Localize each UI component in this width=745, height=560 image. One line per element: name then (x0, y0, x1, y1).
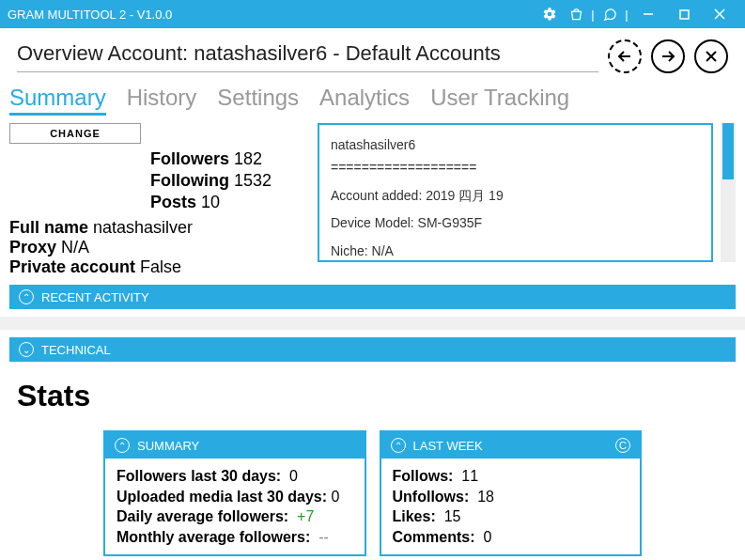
chevron-down-icon: ⌄ (19, 342, 34, 357)
fullname-value: natashasilver (93, 218, 193, 237)
chevron-up-icon: ⌃ (19, 289, 34, 304)
c2r3l: Likes: (393, 508, 436, 524)
posts-label: Posts (150, 193, 196, 211)
chevron-up-icon: ⌃ (391, 438, 406, 453)
chat-icon[interactable] (597, 1, 623, 27)
accordion-recent-activity[interactable]: ⌃RECENT ACTIVITY (9, 285, 736, 309)
info-line4: Device Model: SM-G935F (331, 212, 700, 235)
c2r4v: 0 (483, 529, 491, 545)
chevron-up-icon: ⌃ (115, 438, 130, 453)
private-value: False (140, 257, 181, 276)
c1r1v: 0 (289, 468, 298, 484)
card-summary-title: SUMMARY (137, 439, 199, 453)
c2r2v: 18 (477, 489, 494, 505)
app-title: GRAM MULTITOOL 2 - V1.0.0 (8, 8, 536, 22)
minimize-icon[interactable] (630, 1, 666, 27)
close-icon[interactable] (702, 1, 737, 27)
c2r4l: Comments: (393, 529, 475, 545)
posts-value: 10 (201, 193, 220, 211)
stats-header: Stats (17, 379, 736, 413)
c1r1l: Followers last 30 days: (116, 468, 281, 484)
accordion-recent-label: RECENT ACTIVITY (41, 290, 149, 304)
c1r2l: Uploaded media last 30 days: (116, 489, 327, 505)
c1r4v: -- (318, 529, 329, 545)
tab-history[interactable]: History (127, 85, 197, 116)
followers-label: Followers (150, 149, 229, 168)
info-line5: Niche: N/A (331, 241, 700, 263)
c1r3v: +7 (297, 508, 314, 524)
tab-analytics[interactable]: Analytics (319, 85, 410, 116)
private-label: Private account (9, 257, 135, 276)
c2r1v: 11 (461, 468, 478, 484)
card-lastweek: ⌃LAST WEEKC Follows: 11 Unfollows: 18 Li… (380, 430, 643, 556)
nav-close-button[interactable] (694, 39, 728, 73)
subheader: Overview Account: natashasilver6 - Defau… (0, 28, 745, 79)
nav-forward-button[interactable] (651, 39, 685, 73)
c1r2v: 0 (332, 489, 340, 505)
c1r3l: Daily average followers: (116, 508, 288, 524)
fullname-label: Full name (9, 218, 88, 237)
titlebar: GRAM MULTITOOL 2 - V1.0.0 | | (0, 0, 745, 28)
maximize-icon[interactable] (666, 1, 702, 27)
followers-value: 182 (234, 149, 262, 168)
c2r1l: Follows: (393, 468, 454, 484)
refresh-icon[interactable]: C (615, 438, 630, 453)
change-button[interactable]: CHANGE (9, 123, 141, 144)
info-line2: =================== (331, 157, 700, 179)
account-left-panel: CHANGE Followers 182 Following 1532 Post… (9, 123, 310, 277)
tabs: Summary History Settings Analytics User … (0, 79, 745, 116)
tab-usertracking[interactable]: User Tracking (430, 85, 569, 116)
card-lastweek-title: LAST WEEK (413, 439, 483, 453)
spacer (0, 317, 745, 330)
scrollbar-thumb[interactable] (722, 123, 734, 179)
c2r2l: Unfollows: (393, 489, 470, 505)
c2r3v: 15 (444, 508, 461, 524)
nav-back-button[interactable] (608, 39, 642, 73)
card-summary: ⌃SUMMARY Followers last 30 days: 0 Uploa… (103, 430, 366, 556)
info-line3: Account added: 2019 四月 19 (331, 185, 700, 208)
bucket-icon[interactable] (563, 1, 589, 27)
proxy-value: N/A (61, 238, 89, 257)
following-value: 1532 (234, 171, 272, 190)
proxy-label: Proxy (9, 238, 56, 257)
scrollbar[interactable] (721, 123, 736, 262)
following-label: Following (150, 171, 229, 190)
info-line1: natashasilver6 (331, 134, 700, 157)
gear-icon[interactable] (536, 1, 563, 27)
tab-summary[interactable]: Summary (9, 85, 106, 116)
accordion-technical-label: TECHNICAL (41, 343, 111, 357)
divider: | (589, 1, 597, 27)
divider: | (623, 1, 630, 27)
svg-rect-1 (680, 10, 689, 19)
info-box: natashasilver6 =================== Accou… (318, 123, 713, 262)
c1r4l: Monthly average followers: (116, 529, 310, 545)
accordion-technical[interactable]: ⌄TECHNICAL (9, 337, 736, 362)
page-title: Overview Account: natashasilver6 - Defau… (17, 41, 598, 72)
tab-settings[interactable]: Settings (217, 85, 299, 116)
